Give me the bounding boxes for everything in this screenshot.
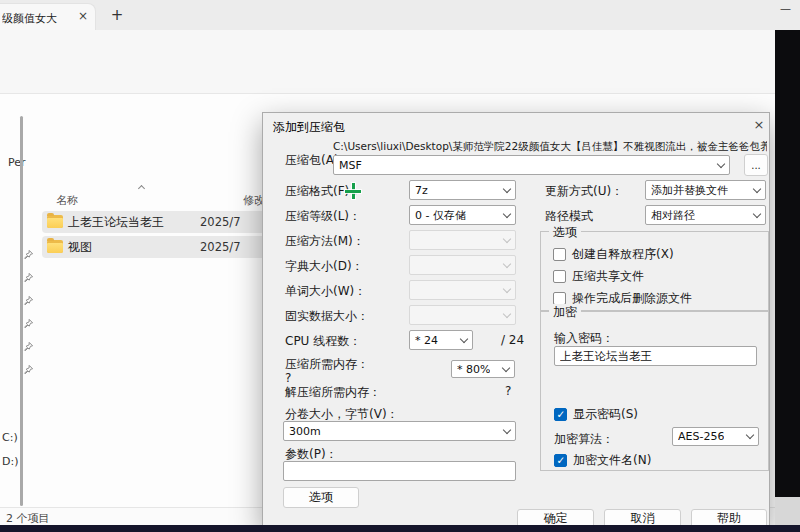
memory-usage-hint: ? <box>285 371 291 385</box>
tab-close-icon[interactable]: × <box>76 9 90 23</box>
chevron-down-icon <box>746 431 754 439</box>
chevron-down-icon <box>502 363 510 371</box>
dictionary-size-combobox <box>409 255 516 275</box>
method-combobox <box>409 230 516 250</box>
chevron-down-icon <box>753 184 761 192</box>
parameters-input[interactable] <box>283 461 516 481</box>
path-mode-combobox[interactable]: 相对路径 <box>645 205 766 225</box>
chevron-down-icon <box>460 334 468 342</box>
checkbox-box[interactable] <box>554 454 567 467</box>
file-name[interactable]: 视图 <box>68 236 92 258</box>
update-mode-label: 更新方式(U)： <box>545 183 623 200</box>
command-toolbar: 排序 查看 ••• <box>0 62 775 94</box>
format-combobox[interactable]: 7z <box>409 180 516 200</box>
browse-button[interactable]: ... <box>744 154 768 176</box>
file-name[interactable]: 上老王论坛当老王 <box>68 211 164 233</box>
bottom-right-corner-background <box>775 497 800 525</box>
encryption-method-combobox[interactable]: AES-256 <box>672 427 759 446</box>
tab-title: 级颜值女大【吕佳 <box>2 11 62 26</box>
tab-bar: 级颜值女大【吕佳 × + — <box>0 0 800 30</box>
pin-icon <box>22 295 34 307</box>
password-label: 输入密码： <box>554 330 614 347</box>
new-tab-button[interactable]: + <box>108 4 126 26</box>
chevron-down-icon <box>717 159 725 167</box>
chevron-down-icon <box>753 209 761 217</box>
checkbox-show-password[interactable]: 显示密码(S) <box>554 406 638 423</box>
level-combobox[interactable]: 0 - 仅存储 <box>409 205 516 225</box>
cpu-threads-max: / 24 <box>501 333 524 347</box>
chevron-down-icon <box>503 425 511 433</box>
sort-ascending-icon <box>138 185 145 192</box>
explorer-screen: 级颜值女大【吕佳 × + — 某师范学院22级颜值女大【吕佳慧】不雅视图流出，被… <box>0 0 800 532</box>
sidebar-item-drive-c[interactable]: C:) <box>2 431 18 444</box>
minimize-icon[interactable]: — <box>780 2 791 15</box>
encryption-method-label: 加密算法： <box>554 431 614 448</box>
options-group-title: 选项 <box>549 224 581 241</box>
add-to-archive-dialog: 添加到压缩包 × 压缩包(A)： C:\Users\liuxi\Desktop\… <box>262 112 770 527</box>
word-size-combobox <box>409 280 516 300</box>
sidebar-item-drive-d[interactable]: D:) <box>2 455 18 468</box>
split-volume-combobox[interactable]: 300m <box>283 421 516 441</box>
file-modified-date: 2025/7 <box>200 211 240 233</box>
checkbox-create-sfx[interactable]: 创建自释放程序(X) <box>553 246 674 263</box>
solid-block-size-combobox <box>409 305 516 325</box>
solid-block-size-label: 固实数据大小： <box>285 308 369 325</box>
checkbox-box[interactable] <box>553 270 566 283</box>
options-button[interactable]: 选项 <box>283 487 359 508</box>
memory-usage-label: 压缩所需内存： <box>285 356 369 373</box>
dialog-close-button[interactable]: × <box>751 117 767 133</box>
password-input[interactable] <box>554 346 757 366</box>
options-group: 选项 创建自释放程序(X) 压缩共享文件 操作完成后删除源文件 <box>540 231 769 311</box>
method-label: 压缩方法(M)： <box>285 233 365 250</box>
chevron-down-icon <box>503 209 511 217</box>
bottom-edge-background <box>0 525 800 532</box>
chevron-down-icon <box>503 259 511 267</box>
sidebar-scrollbar[interactable] <box>20 116 23 506</box>
word-size-label: 单词大小(W)： <box>285 283 366 300</box>
encryption-group: 加密 输入密码： 显示密码(S) 加密算法： AES-256 加密文件名(N) <box>540 311 769 471</box>
level-label: 压缩等级(L)： <box>285 208 361 225</box>
pin-icon <box>22 341 34 353</box>
pin-icon <box>22 272 34 284</box>
pin-icon <box>22 249 34 261</box>
cpu-threads-combobox[interactable]: * 24 <box>409 330 473 350</box>
explorer-tab[interactable]: 级颜值女大【吕佳 × <box>0 3 96 30</box>
cpu-threads-label: CPU 线程数： <box>285 333 361 350</box>
folder-icon <box>47 215 63 228</box>
archive-name-combobox[interactable]: MSF <box>333 155 730 175</box>
decompress-memory-value: ? <box>505 384 511 398</box>
item-count: 2 个项目 <box>6 511 50 526</box>
chevron-down-icon <box>503 284 511 292</box>
archive-directory-path: C:\Users\liuxi\Desktop\某师范学院22级颜值女大【吕佳慧】… <box>333 140 767 154</box>
dictionary-size-label: 字典大小(D)： <box>285 258 364 275</box>
dialog-title: 添加到压缩包 <box>273 119 345 136</box>
chevron-down-icon <box>503 234 511 242</box>
folder-icon <box>47 240 63 253</box>
checkbox-box[interactable] <box>554 408 567 421</box>
pin-icon <box>22 364 34 376</box>
decompress-memory-label: 解压缩所需内存： <box>285 384 381 401</box>
crosshair-cursor <box>345 183 361 199</box>
chevron-down-icon <box>503 184 511 192</box>
checkbox-encrypt-filenames[interactable]: 加密文件名(N) <box>554 452 651 469</box>
checkbox-box[interactable] <box>553 248 566 261</box>
right-edge-background <box>775 30 800 497</box>
column-header-name[interactable]: 名称 <box>56 193 78 208</box>
path-mode-label: 路径模式 <box>545 208 593 225</box>
chevron-down-icon <box>503 309 511 317</box>
encryption-group-title: 加密 <box>549 304 581 321</box>
file-modified-date: 2025/7 <box>200 236 240 258</box>
pin-icon <box>22 318 34 330</box>
navigation-bar: 某师范学院22级颜值女大【吕佳慧】不雅视图流出，被金主爸爸包养成小母狗 在 某师… <box>0 30 800 62</box>
memory-usage-combobox[interactable]: * 80% <box>451 360 515 378</box>
update-mode-combobox[interactable]: 添加并替换文件 <box>645 180 766 200</box>
checkbox-compress-shared[interactable]: 压缩共享文件 <box>553 268 644 285</box>
